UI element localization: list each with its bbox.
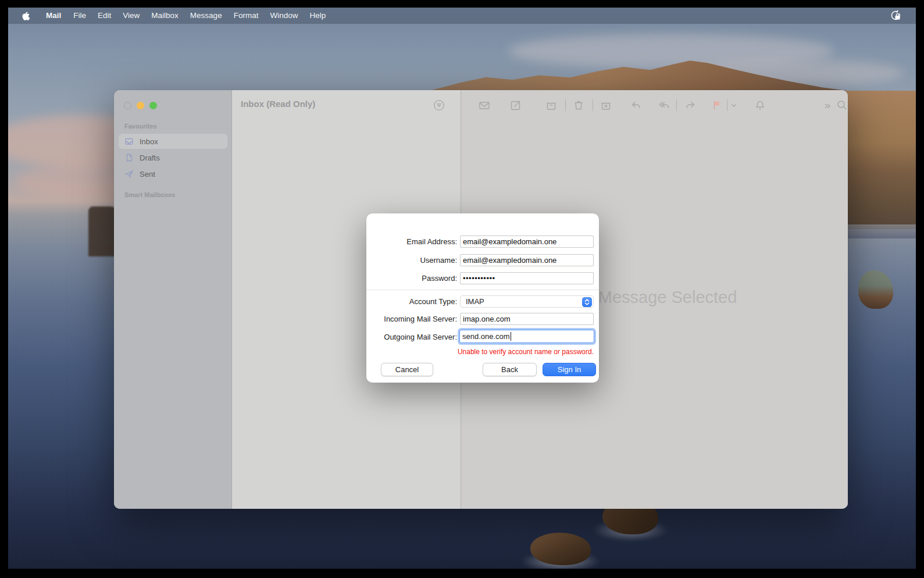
flag-chevron-icon[interactable]: [726, 98, 741, 113]
sign-in-button[interactable]: Sign In: [543, 363, 596, 376]
menu-item-edit[interactable]: Edit: [92, 8, 117, 24]
inbox-tray-icon: [124, 137, 134, 146]
email-address-input[interactable]: [460, 236, 594, 248]
account-type-label: Account Type:: [366, 295, 457, 308]
sidebar-item-drafts[interactable]: Drafts: [119, 150, 227, 165]
sidebar-item-sent[interactable]: Sent: [119, 166, 227, 181]
toolbar-separator: [676, 99, 677, 111]
menu-item-help[interactable]: Help: [304, 8, 331, 24]
outgoing-server-value: send.one.com: [462, 332, 510, 341]
text-caret: [511, 332, 512, 341]
forward-icon[interactable]: [683, 98, 698, 113]
toolbar-separator: [593, 99, 593, 111]
close-window-button[interactable]: [124, 102, 131, 109]
menu-item-file[interactable]: File: [67, 8, 92, 24]
menu-item-mail[interactable]: Mail: [40, 8, 67, 24]
incoming-server-label: Incoming Mail Server:: [366, 313, 457, 325]
zoom-window-button[interactable]: [149, 102, 157, 109]
menu-item-window[interactable]: Window: [264, 8, 304, 24]
sidebar-item-inbox[interactable]: Inbox: [119, 134, 227, 149]
more-toolbar-items-icon[interactable]: »: [819, 98, 834, 113]
error-message: Unable to verify account name or passwor…: [458, 348, 594, 356]
mailbox-title: Inbox (Read Only): [241, 99, 315, 109]
paper-plane-icon: [124, 169, 134, 179]
popup-stepper-icon[interactable]: [582, 297, 592, 307]
archive-icon[interactable]: [544, 98, 559, 113]
sea-rock: [530, 533, 591, 565]
mailboxes-sidebar: Favourites Inbox Drafts: [114, 90, 232, 509]
account-setup-dialog: Email Address: Username: Password: Accou…: [366, 213, 599, 383]
sidebar-section-smart-mailboxes: Smart Mailboxes: [124, 191, 175, 198]
sea-rock: [858, 270, 893, 309]
filter-icon[interactable]: [431, 98, 447, 113]
dialog-separator: [366, 290, 599, 290]
user-lock-icon[interactable]: [888, 9, 902, 22]
junk-icon[interactable]: [598, 98, 613, 113]
flag-icon[interactable]: [709, 98, 725, 113]
menu-bar: Mail File Edit View Mailbox Message Form…: [8, 8, 916, 24]
back-button[interactable]: Back: [483, 363, 537, 376]
compose-icon[interactable]: [508, 98, 523, 113]
menu-item-mailbox[interactable]: Mailbox: [145, 8, 184, 24]
username-label: Username:: [366, 254, 457, 266]
outgoing-mail-server-input[interactable]: send.one.com: [459, 330, 594, 343]
reply-all-icon[interactable]: [657, 98, 672, 113]
reply-icon[interactable]: [629, 98, 644, 113]
search-icon[interactable]: [834, 98, 848, 113]
get-mail-icon[interactable]: [477, 98, 492, 113]
password-label: Password:: [366, 272, 457, 284]
password-input[interactable]: [460, 272, 594, 284]
menu-item-message[interactable]: Message: [184, 8, 228, 24]
username-input[interactable]: [460, 254, 594, 266]
sidebar-item-label: Drafts: [140, 154, 160, 162]
sidebar-item-label: Inbox: [140, 137, 158, 146]
desktop-screen: Favourites Inbox Drafts: [8, 8, 916, 569]
sidebar-section-favourites: Favourites: [124, 123, 157, 130]
account-type-popup[interactable]: IMAP: [460, 295, 594, 308]
trash-icon[interactable]: [571, 98, 586, 113]
apple-menu[interactable]: [17, 11, 35, 21]
mute-bell-icon[interactable]: [752, 98, 768, 113]
coastal-cliff: [843, 91, 916, 229]
email-address-label: Email Address:: [366, 236, 457, 248]
account-type-value: IMAP: [466, 296, 484, 308]
menu-item-view[interactable]: View: [117, 8, 145, 24]
cancel-button[interactable]: Cancel: [381, 363, 433, 376]
outgoing-server-label: Outgoing Mail Server:: [366, 331, 457, 343]
incoming-mail-server-input[interactable]: [460, 313, 594, 325]
toolbar-separator: [565, 99, 566, 111]
minimize-window-button[interactable]: [137, 102, 144, 109]
sidebar-item-label: Sent: [140, 170, 155, 179]
menu-item-format[interactable]: Format: [228, 8, 265, 24]
draft-page-icon: [124, 153, 134, 162]
